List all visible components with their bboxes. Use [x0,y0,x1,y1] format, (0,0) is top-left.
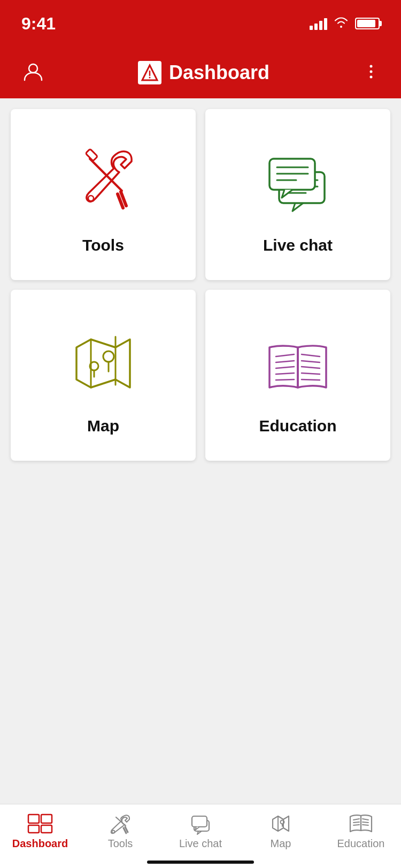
app-header: Dashboard [0,47,401,98]
svg-line-29 [302,354,320,356]
map-tab-icon [268,813,294,834]
svg-point-0 [29,64,37,73]
map-label: Map [87,417,119,435]
svg-line-33 [302,379,320,380]
education-tab-icon [348,813,374,834]
home-indicator [147,861,254,864]
tab-tools[interactable]: Tools [80,813,160,850]
svg-line-32 [302,373,320,374]
svg-line-26 [276,367,294,368]
tools-label: Tools [82,236,124,254]
dashboard-grid: Tools [11,109,390,461]
svg-rect-43 [192,816,207,827]
svg-line-49 [353,819,359,820]
livechat-tab-icon [188,813,213,834]
livechat-card[interactable]: Live chat [205,109,390,280]
tools-tab-icon [107,813,133,834]
livechat-label: Live chat [263,236,333,254]
tab-dashboard[interactable]: Dashboard [0,813,80,850]
svg-point-38 [112,831,115,833]
svg-rect-35 [41,815,52,823]
svg-rect-36 [28,825,39,833]
svg-point-5 [369,65,372,68]
status-icons [310,16,380,31]
tools-card[interactable]: Tools [11,109,196,280]
education-card[interactable]: Education [205,290,390,461]
tab-livechat-label: Live chat [179,838,222,850]
svg-rect-34 [28,815,39,823]
battery-icon [355,18,380,29]
svg-point-8 [88,196,94,201]
svg-line-54 [363,825,368,825]
svg-line-31 [302,367,320,368]
svg-line-51 [353,825,359,825]
tab-livechat[interactable]: Live chat [160,813,241,850]
main-content: Tools [0,98,401,793]
tab-tools-label: Tools [108,838,133,850]
svg-point-6 [369,71,372,73]
svg-point-4 [149,77,150,79]
menu-button[interactable] [363,63,380,82]
livechat-icon [255,140,341,226]
tab-education[interactable]: Education [321,813,401,850]
status-bar: 9:41 [0,0,401,47]
svg-line-27 [276,373,294,374]
education-icon [255,321,341,406]
tab-map[interactable]: Map [241,813,321,850]
tab-map-label: Map [271,838,291,850]
svg-line-52 [363,819,368,820]
svg-point-22 [103,351,114,362]
map-icon [60,321,146,406]
svg-line-50 [353,822,359,823]
svg-marker-21 [76,339,130,387]
map-card[interactable]: Map [11,290,196,461]
header-logo: Dashboard [138,61,269,84]
svg-line-25 [276,361,294,362]
svg-line-53 [363,822,368,823]
svg-rect-37 [41,825,52,833]
tools-icon [60,140,146,226]
education-label: Education [259,417,336,435]
dashboard-tab-icon [27,813,53,834]
svg-line-24 [276,354,294,356]
user-icon-button[interactable] [21,60,45,86]
tab-dashboard-label: Dashboard [12,838,68,850]
wifi-icon [334,16,349,31]
svg-point-7 [369,76,372,79]
tab-bar: Dashboard Tools Live chat [0,804,401,868]
signal-icon [310,17,327,30]
svg-line-30 [302,361,320,362]
svg-line-28 [276,379,294,380]
header-title: Dashboard [169,61,269,84]
svg-rect-10 [86,149,98,161]
status-time: 9:41 [21,14,56,34]
tab-education-label: Education [337,838,385,850]
